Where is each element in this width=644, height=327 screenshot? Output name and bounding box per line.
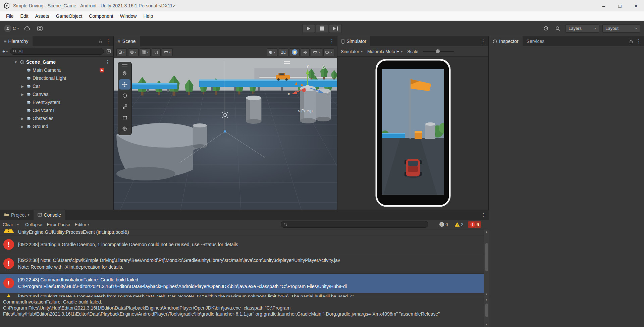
expand-arrow-icon[interactable]: ▼ — [13, 60, 18, 64]
scroll-down-icon[interactable]: ▼ — [485, 292, 488, 297]
minimize-button[interactable]: – — [596, 0, 612, 11]
detail-scrollbar[interactable]: ▲ ▼ — [484, 297, 489, 327]
kebab-menu-icon[interactable]: ⋮ — [636, 38, 641, 44]
layout-dropdown[interactable]: Layout ▾ — [602, 24, 640, 33]
draw-mode-dropdown[interactable]: ▾ — [267, 48, 277, 56]
clear-dropdown-caret[interactable]: ▾ — [15, 223, 20, 226]
maximize-button[interactable]: □ — [612, 0, 628, 11]
hierarchy-item-cm-vcam1[interactable]: CM vcam1 — [0, 106, 113, 114]
simulator-screen-area[interactable] — [337, 57, 488, 210]
console-entry-selected[interactable]: [09:22:43] CommandInvokationFailure: Gra… — [0, 274, 489, 293]
tab-simulator[interactable]: Simulator — [337, 36, 370, 46]
axis-x-label[interactable]: x — [288, 91, 290, 96]
hierarchy-item-main-camera[interactable]: Main Camera — [0, 66, 113, 74]
hierarchy-item-eventsystem[interactable]: EventSystem — [0, 98, 113, 106]
error-count-toggle[interactable]: 6 — [468, 221, 481, 228]
scene-lighting-toggle[interactable] — [290, 48, 300, 56]
grid-visibility-dropdown[interactable]: ▾ — [140, 48, 151, 56]
hierarchy-item-obstacles[interactable]: ▶ Obstacles — [0, 114, 113, 122]
scene-3d-render[interactable]: y x z < Persp — [114, 58, 337, 210]
warning-count-toggle[interactable]: 2 — [452, 221, 466, 228]
scale-slider-thumb[interactable] — [436, 49, 440, 53]
grid-snapping-toggle[interactable] — [152, 48, 161, 56]
overlay-drag-handle[interactable] — [119, 63, 130, 67]
console-entry[interactable]: [09:22:38] Note: C:\Users\cjpwl\Simple D… — [0, 254, 489, 274]
kebab-menu-icon[interactable]: ⋮ — [105, 59, 110, 65]
rect-tool-button[interactable] — [119, 112, 130, 123]
handle-rotation-dropdown[interactable]: ▾ — [128, 48, 139, 56]
menu-item-edit[interactable]: Edit — [17, 12, 32, 20]
persp-label[interactable]: Persp — [301, 108, 313, 113]
menu-item-gameobject[interactable]: GameObject — [53, 12, 86, 20]
kebab-menu-icon[interactable]: ⋮ — [329, 38, 334, 44]
axis-z-label[interactable]: z — [326, 90, 328, 95]
snap-increment-dropdown[interactable]: ▾ — [162, 48, 173, 56]
menu-item-file[interactable]: File — [3, 12, 17, 20]
lock-icon[interactable] — [629, 39, 633, 44]
layers-dropdown[interactable]: Layers ▾ — [566, 24, 599, 33]
scene-picking-icon[interactable] — [106, 49, 111, 54]
handle-position-dropdown[interactable]: ▾ — [116, 48, 127, 56]
scene-camera-dropdown[interactable]: ▾ — [323, 48, 334, 56]
editor-dropdown[interactable]: Editor ▾ — [75, 222, 89, 227]
undo-history-button[interactable] — [541, 24, 550, 33]
scroll-down-icon[interactable]: ▼ — [485, 322, 488, 327]
close-button[interactable]: × — [628, 0, 644, 11]
kebab-menu-icon[interactable]: ⋮ — [481, 38, 486, 44]
tab-console[interactable]: Console — [34, 210, 65, 220]
menu-item-help[interactable]: Help — [140, 12, 156, 20]
add-gameobject-button[interactable]: + ▾ — [2, 49, 8, 54]
kebab-menu-icon[interactable]: ⋮ — [481, 212, 486, 218]
move-tool-button[interactable] — [119, 79, 130, 90]
scrollbar-thumb[interactable] — [485, 304, 488, 317]
account-dropdown[interactable]: C ▾ — [4, 25, 19, 32]
pause-button[interactable] — [316, 24, 328, 33]
kebab-menu-icon[interactable]: ⋮ — [106, 38, 111, 44]
axis-y-label[interactable]: y — [307, 63, 309, 68]
search-button[interactable] — [553, 24, 562, 33]
console-entry[interactable]: [09:22:43] Couldn't create a Convex Mesh… — [0, 293, 489, 297]
hierarchy-search-input[interactable] — [18, 49, 101, 54]
hierarchy-item-directional-light[interactable]: Directional Light — [0, 74, 113, 82]
transform-tool-button[interactable] — [119, 123, 130, 134]
audio-toggle[interactable] — [301, 48, 310, 56]
view-tool-button[interactable] — [119, 68, 130, 78]
overlay-menu-icon[interactable] — [284, 61, 290, 64]
menu-item-component[interactable]: Component — [86, 12, 116, 20]
collapse-toggle[interactable]: Collapse — [25, 222, 42, 227]
hierarchy-search[interactable] — [10, 48, 104, 55]
scale-slider[interactable] — [423, 51, 454, 52]
2d-toggle[interactable]: 2D — [279, 48, 288, 56]
tab-services[interactable]: Services — [523, 36, 549, 46]
hierarchy-scene-root[interactable]: ▼ Scene_Game ⋮ — [0, 58, 113, 66]
console-entry[interactable]: UnityEngine.GUIUtility:ProcessEvent (int… — [0, 229, 489, 235]
simulator-mode-dropdown[interactable]: Simulator ▾ — [341, 49, 363, 54]
scrollbar-thumb[interactable] — [485, 243, 488, 271]
lock-icon[interactable] — [322, 65, 325, 69]
info-count-toggle[interactable]: 0 — [437, 221, 450, 228]
console-scrollbar[interactable]: ▲ ▼ — [484, 229, 489, 297]
error-pause-toggle[interactable]: Error Pause — [47, 222, 70, 227]
console-detail-text[interactable]: CommandInvokationFailure: Gradle build f… — [0, 297, 489, 319]
scene-viewport[interactable]: y x z < Persp — [114, 58, 337, 210]
play-button[interactable] — [302, 24, 315, 33]
hierarchy-item-canvas[interactable]: ▶ Canvas — [0, 90, 113, 98]
console-search[interactable] — [281, 221, 428, 228]
tab-inspector[interactable]: Inspector — [489, 36, 523, 46]
tab-project[interactable]: Project ▾ — [0, 210, 34, 220]
scale-tool-button[interactable] — [119, 101, 130, 112]
effects-dropdown[interactable]: ▾ — [311, 48, 322, 56]
scroll-up-icon[interactable]: ▲ — [485, 229, 488, 234]
tab-hierarchy[interactable]: ≡ Hierarchy — [0, 36, 33, 46]
hierarchy-item-car[interactable]: ▶ Car — [0, 82, 113, 90]
cloud-button[interactable] — [23, 24, 32, 33]
project-tab-caret[interactable]: ▾ — [28, 213, 30, 217]
hierarchy-item-ground[interactable]: ▶ Ground — [0, 122, 113, 130]
persp-toggle-arrow[interactable]: < — [298, 108, 300, 113]
menu-item-assets[interactable]: Assets — [32, 12, 53, 20]
menu-item-window[interactable]: Window — [117, 12, 140, 20]
scroll-up-icon[interactable]: ▲ — [485, 297, 488, 302]
rotate-tool-button[interactable] — [119, 90, 130, 101]
console-search-input[interactable] — [289, 222, 426, 227]
plastic-scm-button[interactable] — [36, 24, 44, 33]
